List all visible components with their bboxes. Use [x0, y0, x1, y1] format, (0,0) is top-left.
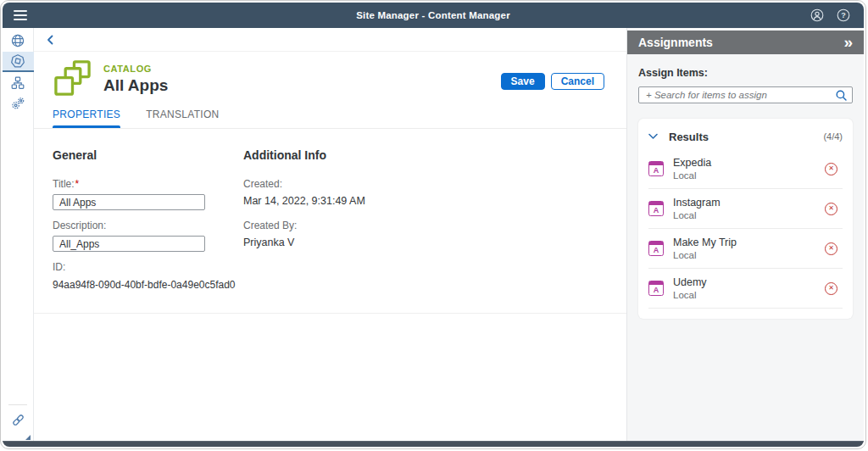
- svg-text:?: ?: [841, 11, 846, 19]
- item-title: Udemy: [673, 276, 707, 288]
- item-title: Make My Trip: [673, 237, 737, 248]
- results-count: (4/4): [823, 131, 843, 142]
- rail-resize-grip[interactable]: [25, 435, 31, 440]
- general-section-heading: General: [53, 148, 243, 162]
- side-navigation-rail: [3, 28, 34, 441]
- description-input[interactable]: [53, 236, 205, 252]
- item-subtitle: Local: [673, 170, 711, 181]
- id-field-label: ID:: [53, 261, 243, 273]
- nav-settings-gears-icon[interactable]: [3, 94, 34, 113]
- created-value: Mar 14, 2022, 9:31:49 AM: [243, 195, 608, 207]
- shell-bar: Site Manager - Content Manager ?: [3, 3, 864, 28]
- item-subtitle: Local: [673, 250, 737, 260]
- catalog-icon: [53, 59, 92, 99]
- app-icon: A: [648, 281, 664, 296]
- description-field-label: Description:: [53, 220, 243, 231]
- link-icon[interactable]: [11, 413, 25, 431]
- nav-globe-icon[interactable]: [3, 31, 34, 50]
- save-button[interactable]: Save: [501, 73, 545, 90]
- content-area: CATALOG All Apps Save Cancel PROPERTIES …: [34, 28, 626, 441]
- bottom-shell-bar: [3, 441, 864, 447]
- help-icon[interactable]: ?: [837, 8, 850, 22]
- remove-assignment-icon[interactable]: ✕: [825, 163, 837, 175]
- section-divider: [34, 313, 626, 314]
- results-header-label: Results: [669, 131, 709, 143]
- list-item-udemy[interactable]: A Udemy Local ✕: [648, 269, 843, 309]
- item-title: Expedia: [673, 157, 711, 169]
- assignments-panel: Assignments » Assign Items:: [626, 28, 864, 441]
- title-input[interactable]: [53, 194, 205, 210]
- app-icon: A: [648, 241, 664, 256]
- tab-bar: PROPERTIES TRANSLATION: [34, 109, 626, 129]
- created-by-label: Created By:: [243, 220, 608, 231]
- app-icon: A: [648, 201, 664, 216]
- rail-divider: [8, 404, 27, 405]
- list-item-expedia[interactable]: A Expedia Local ✕: [648, 149, 843, 189]
- required-asterisk: *: [75, 178, 80, 190]
- assign-search-input[interactable]: [646, 90, 836, 100]
- created-label: Created:: [243, 178, 608, 190]
- remove-assignment-icon[interactable]: ✕: [825, 203, 837, 215]
- item-subtitle: Local: [673, 210, 721, 220]
- cancel-button[interactable]: Cancel: [551, 73, 604, 90]
- shell-title: Site Manager - Content Manager: [3, 10, 864, 20]
- item-title: Instagram: [673, 197, 721, 209]
- remove-assignment-icon[interactable]: ✕: [825, 282, 837, 295]
- list-item-make-my-trip[interactable]: A Make My Trip Local ✕: [648, 229, 843, 269]
- assignments-panel-title: Assignments: [638, 36, 713, 49]
- object-category-label: CATALOG: [103, 64, 168, 74]
- app-icon: A: [648, 161, 664, 176]
- assign-search-box: [638, 86, 853, 103]
- collapse-panel-icon[interactable]: »: [843, 34, 853, 52]
- back-icon[interactable]: [46, 35, 56, 45]
- tab-translation[interactable]: TRANSLATION: [146, 109, 219, 128]
- list-item-instagram[interactable]: A Instagram Local ✕: [648, 189, 843, 229]
- app-window: Site Manager - Content Manager ?: [0, 0, 866, 449]
- remove-assignment-icon[interactable]: ✕: [825, 242, 837, 255]
- results-card: Results (4/4) A Expedia Local ✕: [638, 119, 853, 319]
- page-title: All Apps: [103, 76, 168, 95]
- user-avatar-icon[interactable]: [810, 8, 824, 22]
- nav-hierarchy-icon[interactable]: [3, 74, 34, 92]
- id-value: 94aa94f8-090d-40bf-bdfe-0a49e0c5fad0: [53, 279, 243, 291]
- item-subtitle: Local: [673, 290, 707, 300]
- results-collapse-icon[interactable]: [648, 133, 658, 140]
- nav-content-manager-icon[interactable]: [3, 52, 34, 72]
- title-field-label: Title:*: [53, 178, 243, 190]
- search-icon[interactable]: [836, 90, 847, 101]
- created-by-value: Priyanka V: [243, 237, 608, 248]
- tab-properties[interactable]: PROPERTIES: [53, 109, 120, 128]
- additional-info-heading: Additional Info: [243, 148, 608, 162]
- assign-items-label: Assign Items:: [638, 67, 853, 79]
